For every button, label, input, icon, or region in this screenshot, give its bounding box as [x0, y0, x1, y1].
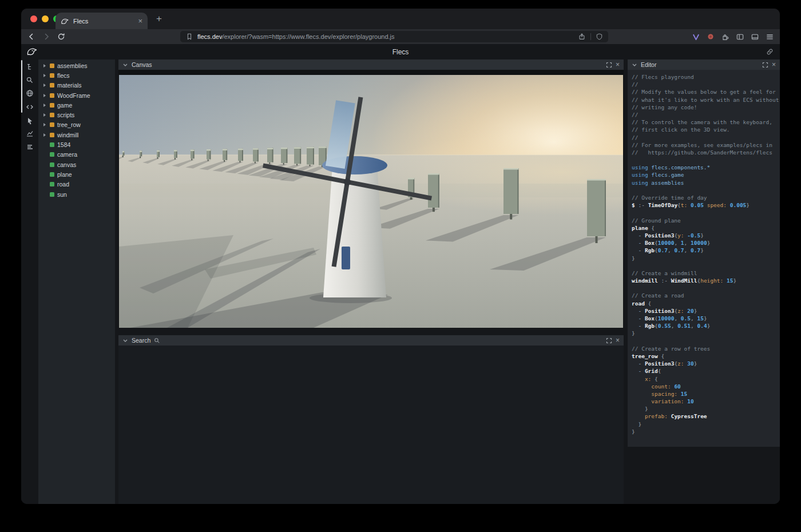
- bookmark-icon[interactable]: [185, 33, 193, 41]
- canvas-panel: Canvas ×: [118, 59, 624, 328]
- code-editor-icon[interactable]: [26, 103, 34, 111]
- panel-tray-icon[interactable]: [751, 33, 759, 41]
- chevron-right-icon[interactable]: [42, 84, 47, 87]
- canvas-panel-header: Canvas ×: [118, 59, 624, 70]
- entity-tree: assembliesflecsmaterialsWoodFramegamescr…: [38, 59, 115, 504]
- entity-icon: [50, 172, 54, 177]
- shield-icon[interactable]: [596, 33, 603, 41]
- chevron-right-icon[interactable]: [42, 123, 47, 126]
- module-icon: [50, 93, 54, 98]
- tree-item-label: game: [57, 102, 72, 109]
- tree-item-label: road: [57, 181, 69, 188]
- menu-hamburger-icon[interactable]: [766, 33, 774, 41]
- tree-item-label: sun: [57, 191, 67, 198]
- tree-item-label: materials: [57, 82, 82, 89]
- chevron-right-icon[interactable]: [42, 104, 47, 107]
- logs-list-icon[interactable]: [26, 143, 34, 151]
- new-tab-button[interactable]: +: [156, 13, 162, 25]
- fullscreen-icon[interactable]: [606, 62, 612, 68]
- tree-item[interactable]: windmill: [38, 130, 115, 140]
- entity-icon: [50, 162, 54, 167]
- fullscreen-icon[interactable]: [762, 62, 768, 68]
- module-icon: [50, 103, 54, 108]
- tree-item[interactable]: assemblies: [38, 61, 115, 70]
- chevron-right-icon[interactable]: [42, 133, 47, 137]
- canvas-panel-title: Canvas: [132, 61, 152, 68]
- flecs-favicon: [61, 18, 69, 25]
- chevron-right-icon[interactable]: [42, 113, 47, 117]
- module-icon: [50, 83, 54, 88]
- browser-tab[interactable]: Flecs ×: [55, 13, 148, 29]
- search-panel-header: Search ×: [118, 335, 624, 346]
- tree-item[interactable]: canvas: [38, 160, 115, 169]
- world-icon[interactable]: [26, 89, 34, 97]
- tree-item[interactable]: materials: [38, 81, 115, 90]
- close-panel-icon[interactable]: ×: [772, 61, 776, 68]
- module-icon: [50, 122, 54, 127]
- tree-item[interactable]: flecs: [38, 70, 115, 80]
- extension-dot-icon[interactable]: [707, 33, 715, 41]
- module-icon: [50, 113, 54, 117]
- collapse-chevron-icon[interactable]: [122, 338, 128, 343]
- chevron-right-icon[interactable]: [42, 74, 47, 77]
- close-panel-icon[interactable]: ×: [616, 61, 620, 68]
- address-bar[interactable]: flecs.dev/explorer/?wasm=https://www.fle…: [180, 31, 608, 42]
- tree-item-label: canvas: [57, 161, 76, 168]
- page-header: Flecs: [21, 44, 780, 59]
- search-panel: Search ×: [118, 335, 624, 504]
- collapse-chevron-icon[interactable]: [632, 62, 637, 68]
- close-window-button[interactable]: [30, 15, 37, 22]
- tab-close-icon[interactable]: ×: [138, 17, 142, 25]
- tree-item-label: assemblies: [57, 62, 88, 69]
- minimize-window-button[interactable]: [42, 15, 49, 22]
- chevron-right-icon[interactable]: [42, 64, 47, 68]
- module-icon: [50, 73, 54, 78]
- module-icon: [50, 63, 54, 68]
- search-small-icon: [154, 338, 160, 344]
- tree-item[interactable]: sun: [38, 189, 115, 199]
- tab-strip: Flecs × +: [21, 9, 780, 29]
- collapse-chevron-icon[interactable]: [122, 62, 128, 68]
- canvas-3d-scene[interactable]: [119, 75, 623, 328]
- search-results-area: [118, 346, 624, 504]
- tree-item[interactable]: plane: [38, 169, 115, 179]
- search-icon[interactable]: [26, 76, 34, 84]
- active-panel-indicator: [21, 60, 22, 113]
- canvas-body: [118, 70, 624, 328]
- close-panel-icon[interactable]: ×: [616, 337, 620, 344]
- entity-icon: [50, 182, 54, 186]
- tree-item[interactable]: game: [38, 100, 115, 110]
- editor-panel: Editor × // Flecs playground//// Modify …: [628, 59, 780, 447]
- share-link-icon[interactable]: [766, 48, 774, 55]
- extension-v-icon[interactable]: [692, 33, 700, 41]
- url-text: flecs.dev/explorer/?wasm=https://www.fle…: [197, 33, 395, 40]
- tree-item-label: tree_row: [57, 121, 81, 128]
- tree-item[interactable]: 1584: [38, 140, 115, 149]
- inspector-cursor-icon[interactable]: [26, 117, 34, 125]
- url-domain: flecs.dev: [197, 33, 222, 40]
- entity-icon: [50, 192, 54, 197]
- stats-chart-icon[interactable]: [26, 129, 34, 137]
- tree-item[interactable]: tree_row: [38, 120, 115, 130]
- tree-item-label: WoodFrame: [57, 92, 90, 99]
- share-icon[interactable]: [578, 33, 586, 41]
- fullscreen-icon[interactable]: [606, 338, 612, 344]
- tree-item[interactable]: scripts: [38, 110, 115, 120]
- search-panel-title: Search: [132, 337, 150, 344]
- tree-item-label: 1584: [57, 141, 70, 148]
- extensions-puzzle-icon[interactable]: [721, 33, 729, 41]
- chevron-right-icon[interactable]: [42, 94, 47, 97]
- forward-button[interactable]: [42, 32, 51, 41]
- divider: [590, 33, 591, 40]
- sidebar-toggle-icon[interactable]: [736, 33, 744, 41]
- entity-tree-icon[interactable]: [26, 63, 34, 71]
- browser-toolbar: flecs.dev/explorer/?wasm=https://www.fle…: [21, 29, 780, 44]
- tree-item[interactable]: road: [38, 180, 115, 189]
- tree-item[interactable]: camera: [38, 150, 115, 160]
- tree-item[interactable]: WoodFrame: [38, 90, 115, 100]
- editor-code[interactable]: // Flecs playground//// Modify the value…: [628, 70, 780, 435]
- reload-button[interactable]: [57, 32, 66, 41]
- entity-icon: [50, 152, 54, 157]
- tree-item-label: camera: [57, 151, 77, 158]
- back-button[interactable]: [27, 32, 36, 41]
